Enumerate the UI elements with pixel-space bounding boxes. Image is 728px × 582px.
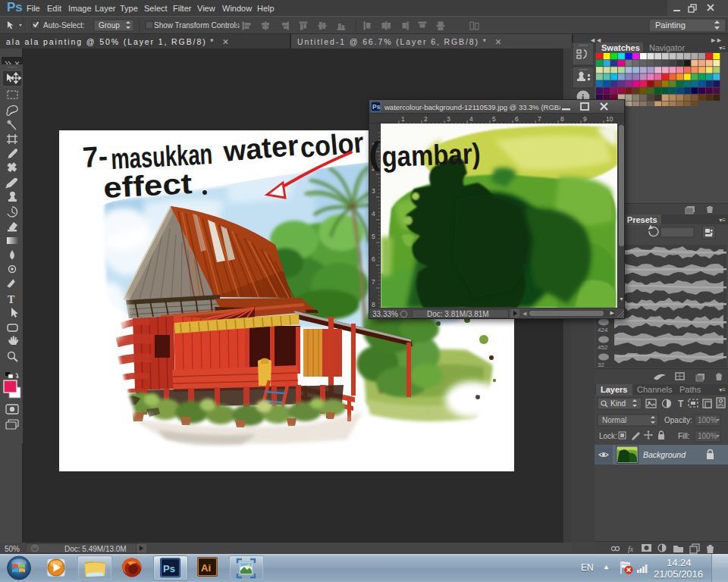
svg-text:T: T — [8, 294, 15, 305]
svg-text:3: 3 — [447, 115, 450, 123]
svg-text:8: 8 — [372, 301, 375, 308]
svg-text:8: 8 — [560, 115, 564, 123]
svg-text:4: 4 — [372, 210, 375, 217]
svg-text:100%: 100% — [698, 416, 717, 424]
svg-text:7: 7 — [538, 115, 541, 123]
svg-text:9: 9 — [583, 115, 587, 123]
svg-text:1: 1 — [401, 115, 405, 123]
svg-text:2: 2 — [424, 115, 428, 123]
svg-text:452: 452 — [598, 344, 608, 351]
svg-text:Auto-Select:: Auto-Select: — [43, 21, 84, 30]
svg-text:424: 424 — [598, 327, 608, 333]
svg-text:Painting: Painting — [655, 20, 686, 30]
svg-text:fx: fx — [628, 545, 634, 553]
svg-text:T: T — [678, 399, 684, 409]
svg-text:6: 6 — [372, 255, 375, 263]
svg-text:Kind: Kind — [610, 399, 626, 408]
svg-text:Lock:: Lock: — [599, 432, 617, 440]
svg-text:10: 10 — [606, 115, 613, 123]
svg-text:Ai: Ai — [201, 562, 211, 574]
svg-text:Show Transform Controls: Show Transform Controls — [154, 21, 240, 30]
svg-text:Group: Group — [99, 21, 120, 30]
svg-text:3: 3 — [372, 187, 375, 195]
svg-text:5: 5 — [492, 115, 496, 123]
svg-text:100%: 100% — [698, 432, 717, 440]
svg-text:4: 4 — [469, 115, 473, 123]
svg-text:1: 1 — [372, 142, 375, 149]
svg-text:Ps: Ps — [372, 103, 381, 111]
svg-text:Fill:: Fill: — [678, 432, 690, 440]
svg-text:6: 6 — [515, 115, 519, 123]
svg-text:5: 5 — [372, 233, 375, 240]
svg-text:32: 32 — [598, 361, 604, 368]
svg-text:Opacity:: Opacity: — [664, 416, 692, 424]
svg-text:7: 7 — [372, 278, 375, 286]
svg-text:Normal: Normal — [602, 416, 626, 424]
svg-text:2: 2 — [372, 164, 375, 172]
svg-text:Background: Background — [643, 450, 686, 459]
svg-text:Ps: Ps — [163, 563, 175, 574]
